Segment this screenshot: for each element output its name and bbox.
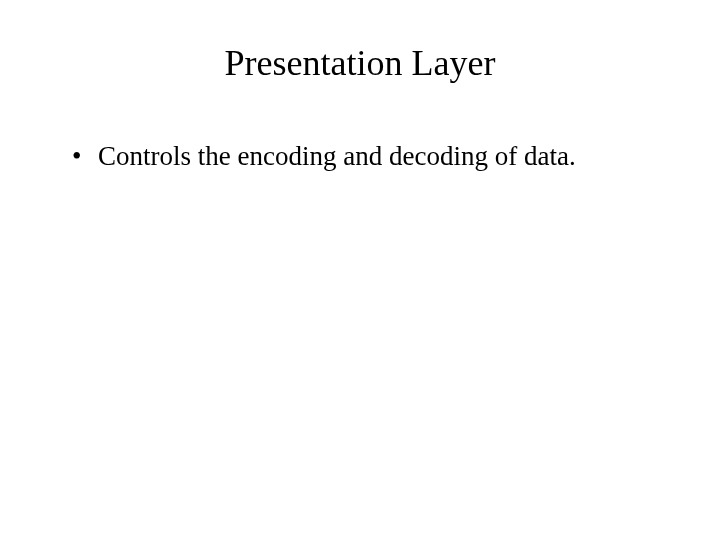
slide: Presentation Layer Controls the encoding… [0, 0, 720, 540]
bullet-list: Controls the encoding and decoding of da… [70, 140, 660, 174]
list-item: Controls the encoding and decoding of da… [70, 140, 660, 174]
slide-body: Controls the encoding and decoding of da… [70, 140, 660, 174]
slide-title: Presentation Layer [0, 42, 720, 84]
